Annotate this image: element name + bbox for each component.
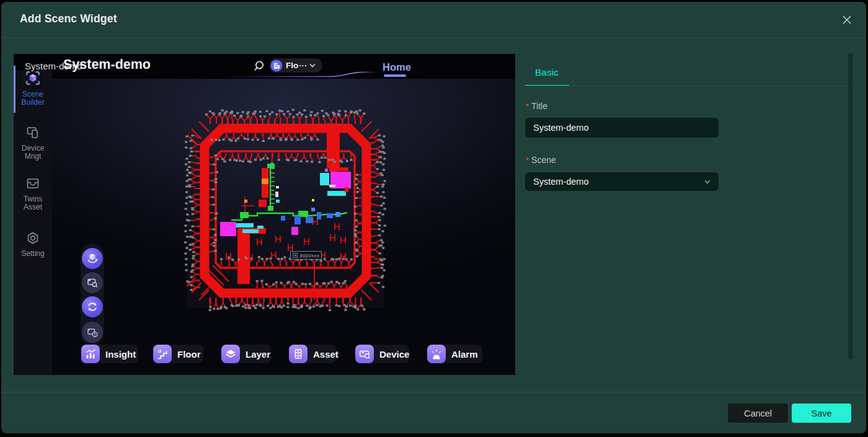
map-tooltip: 8000xxx — [290, 251, 322, 260]
sidebar-item-device-mngt[interactable]: DeviceMngt — [14, 125, 52, 161]
sidebar-item-twins-asset[interactable]: TwinsAsset — [14, 176, 52, 211]
home-tab-underline — [384, 74, 406, 77]
box-search-icon — [86, 276, 99, 289]
toolbar-item-layer[interactable]: Layer — [221, 345, 271, 363]
refresh-icon — [86, 300, 99, 314]
tab-basic[interactable]: Basic — [535, 67, 559, 78]
active-indicator — [14, 66, 16, 113]
sidebar-item-scene-builder[interactable]: SceneBuilder — [14, 70, 52, 107]
modal-title: Add Scenc Widget — [20, 12, 117, 25]
map-tooltip-icon — [293, 253, 298, 258]
view-rotate-button[interactable] — [82, 248, 103, 269]
tab-home[interactable]: Home — [383, 61, 411, 73]
toolbar-item-device[interactable]: Device — [355, 345, 409, 363]
floorplan-map — [183, 107, 388, 311]
tabs-divider — [524, 86, 848, 86]
title-field-label: *Title — [526, 101, 547, 111]
cube-rotate-icon — [86, 252, 99, 265]
refresh-button[interactable] — [82, 296, 103, 317]
toolbar-item-insight[interactable]: Insight — [81, 345, 138, 363]
modal-footer: Cancel Save — [1, 392, 866, 433]
insight-icon — [81, 345, 100, 363]
sidebar-item-setting[interactable]: Setting — [14, 231, 52, 258]
select-chevron-icon — [703, 177, 712, 186]
scene-field-label: *Scene — [526, 155, 556, 165]
toolbar-item-alarm[interactable]: Alarm — [427, 345, 482, 363]
scene-builder-icon — [25, 70, 41, 86]
app-sidebar: SceneBuilder DeviceMngt TwinsAsset — [14, 54, 52, 375]
toolbar-item-floor[interactable]: Floor — [153, 345, 203, 363]
scrollbar-thumb[interactable] — [848, 53, 853, 360]
floor-icon — [153, 345, 172, 363]
chevron-down-icon — [309, 63, 316, 68]
close-icon[interactable] — [840, 13, 854, 27]
box-alert-icon — [86, 325, 99, 339]
device-mngt-icon — [25, 125, 40, 140]
setting-icon — [25, 231, 40, 245]
box-search-button[interactable] — [82, 272, 103, 293]
save-button[interactable]: Save — [792, 404, 851, 423]
scene-select[interactable]: System-demo — [525, 172, 719, 191]
floor-selector-pill[interactable]: Flo··· — [269, 58, 322, 73]
title-input[interactable]: System-demo — [525, 118, 719, 138]
building-icon — [270, 60, 283, 72]
layer-icon — [221, 345, 240, 363]
cancel-button[interactable]: Cancel — [728, 404, 788, 423]
scene-preview: SceneBuilder DeviceMngt TwinsAsset — [14, 54, 515, 375]
float-toolbar — [81, 244, 104, 345]
asset-icon — [289, 345, 308, 363]
scene-viewport — [52, 79, 515, 375]
search-icon[interactable] — [253, 60, 265, 74]
add-scene-widget-modal: Add Scenc Widget SceneBuilder — [1, 2, 866, 433]
toolbar-item-asset[interactable]: Asset — [289, 345, 336, 363]
box-alert-button[interactable] — [82, 322, 103, 343]
app-title-large: System-demo — [63, 57, 151, 73]
alarm-icon — [427, 345, 446, 363]
modal-header: Add Scenc Widget — [1, 2, 866, 38]
device-search-icon — [355, 345, 374, 363]
twins-asset-icon — [25, 176, 40, 191]
